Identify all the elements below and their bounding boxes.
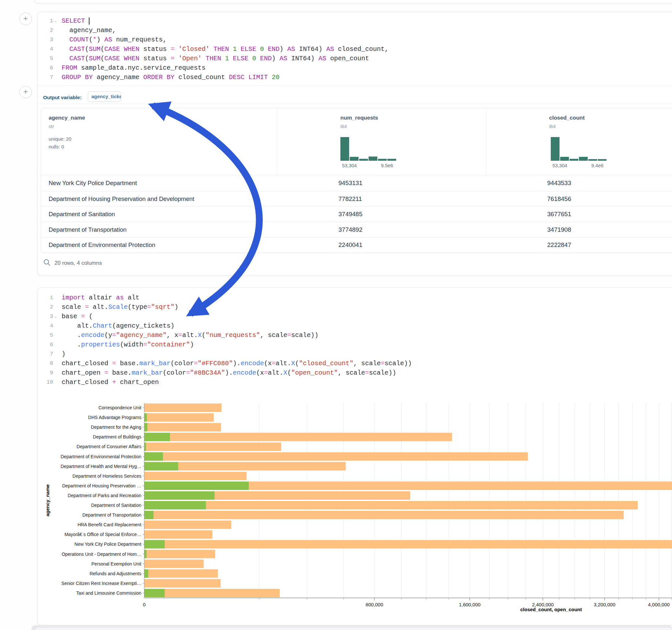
line-number: 8 [38, 359, 54, 368]
fold-chevron-icon[interactable]: ⌄ [54, 312, 59, 321]
header-column-separator [486, 108, 486, 176]
cell-divider [38, 104, 672, 104]
histogram-num-requests [340, 137, 396, 161]
line-number: 4 [38, 44, 54, 54]
column-stat-unique: unique: 20 [49, 136, 71, 142]
code-line: 3 COUNT(*) AS num_requests, [38, 35, 670, 44]
table-dimensions-label: 20 rows, 4 columns [54, 260, 102, 266]
line-number: 4 [38, 321, 54, 331]
line-number: 10 [38, 378, 54, 387]
output-variable-label: Output variable: [43, 95, 82, 100]
table-cell: 7618456 [547, 195, 571, 202]
table-cell: 9453131 [338, 179, 362, 187]
previous-cell-edge [34, 0, 672, 3]
code-line: 5 CAST(SUM(CASE WHEN status = 'Open' THE… [38, 54, 670, 63]
next-cell-edge [35, 628, 672, 630]
histogram-bar [560, 157, 569, 161]
table-cell: Department of Environmental Protection [49, 241, 155, 248]
histogram-bar [579, 157, 588, 161]
output-variable-pill[interactable]: agency_tickets [88, 91, 121, 102]
column-header-agency-name[interactable]: agency_name [49, 115, 85, 121]
table-row[interactable]: Department of Transportation377489234719… [41, 222, 672, 238]
text-cursor [89, 18, 90, 25]
code-line: 2 agency_name, [38, 26, 670, 35]
histogram-bar [598, 159, 606, 161]
line-number: 7 [38, 349, 54, 359]
histogram-min-label: 53,304 [342, 163, 357, 168]
line-number: 1 [38, 16, 54, 26]
line-number: 6 [38, 63, 54, 73]
line-number: 2 [38, 302, 54, 312]
table-cell: Department of Housing Preservation and D… [49, 195, 194, 202]
sql-cell-card: 1⌄SELECT 2 agency_name,3 COUNT(*) AS num… [37, 12, 672, 275]
header-column-separator [277, 108, 278, 176]
add-cell-button-mid[interactable]: + [20, 86, 32, 98]
column-type-agency-name: str [49, 123, 54, 129]
table-cell: 9443533 [547, 179, 571, 187]
table-cell: 2240041 [338, 241, 362, 248]
python-cell-card: 1import altair as alt2scale = alt.Scale(… [37, 287, 672, 625]
table-cell: 2222847 [547, 241, 571, 248]
code-line: 4 CAST(SUM(CASE WHEN status = 'Closed' T… [38, 44, 670, 54]
line-number: 3 [38, 35, 54, 44]
table-cell: Department of Transportation [49, 226, 127, 233]
code-line: 4 alt.Chart(agency_tickets) [38, 321, 670, 331]
histogram-bar [387, 159, 396, 161]
line-number: 5 [38, 331, 54, 340]
column-stat-nulls: nulls: 0 [49, 144, 64, 149]
table-cell: 3471908 [547, 226, 571, 233]
histogram-closed-count [551, 137, 606, 161]
histogram-bar [350, 157, 359, 161]
histogram-max-label: 9.5e6 [381, 163, 393, 168]
table-cell: 3749485 [338, 211, 362, 218]
code-line: 1import altair as alt [38, 293, 670, 302]
histogram-bar [368, 156, 377, 161]
histogram-bar [340, 137, 349, 161]
table-row[interactable]: Department of Housing Preservation and D… [41, 191, 672, 207]
code-line: 7) [38, 349, 670, 359]
histogram-min-label: 53,304 [552, 163, 567, 168]
histogram-bar [551, 137, 559, 161]
search-icon[interactable] [43, 259, 51, 266]
table-cell: New York City Police Department [49, 179, 137, 187]
line-number: 5 [38, 54, 54, 63]
column-header-num-requests[interactable]: num_requests [340, 115, 378, 121]
line-number: 9 [38, 368, 54, 378]
line-number: 3 [38, 312, 54, 321]
line-number: 6 [38, 340, 54, 349]
dataframe-preview: agency_name str unique: 20 nulls: 0 num_… [41, 108, 672, 253]
notebook-canvas: + + 1⌄SELECT 2 agency_name,3 COUNT(*) AS… [0, 0, 672, 630]
histogram-bar [570, 159, 578, 161]
sql-code-editor[interactable]: 1⌄SELECT 2 agency_name,3 COUNT(*) AS num… [38, 16, 670, 82]
table-row[interactable]: Department of Sanitation37494853677651 [41, 207, 672, 222]
histogram-max-label: 9.4e6 [591, 163, 604, 168]
histogram-bar [378, 159, 387, 161]
table-row[interactable]: New York City Police Department945313194… [41, 176, 672, 191]
code-line: 7GROUP BY agency_name ORDER BY closed_co… [38, 73, 670, 82]
code-line: 6FROM sample_data.nyc.service_requests [38, 63, 670, 73]
code-line: 1⌄SELECT [38, 16, 670, 26]
fold-chevron-icon[interactable]: ⌄ [54, 16, 59, 26]
code-line: 8chart_closed = base.mark_bar(color="#FF… [38, 359, 670, 368]
code-line: 6 .properties(width="container") [38, 340, 670, 349]
python-code-editor[interactable]: 1import altair as alt2scale = alt.Scale(… [38, 293, 670, 387]
line-number: 7 [38, 73, 54, 82]
table-cell: 3774892 [338, 226, 362, 233]
line-number: 2 [38, 26, 54, 35]
table-body: New York City Police Department945313194… [41, 176, 672, 253]
code-line: 3⌄base = ( [38, 312, 670, 321]
code-line: 5 .encode(y="agency_name", x=alt.X("num_… [38, 331, 670, 340]
code-line: 10chart_closed + chart_open [38, 378, 670, 387]
table-cell: 7782211 [338, 195, 362, 202]
add-cell-button-top[interactable]: + [20, 13, 32, 25]
histogram-bar [589, 159, 597, 161]
table-row[interactable]: Department of Environmental Protection22… [41, 237, 672, 253]
code-line: 2scale = alt.Scale(type="sqrt") [38, 302, 670, 312]
column-type-closed-count: i64 [549, 123, 556, 129]
table-cell: Department of Sanitation [49, 211, 115, 218]
cell-divider [38, 86, 672, 86]
histogram-bar [359, 159, 368, 161]
code-line: 9chart_open = base.mark_bar(color="#8BC3… [38, 368, 670, 378]
column-header-closed-count[interactable]: closed_count [549, 115, 585, 121]
line-number: 1 [38, 293, 54, 302]
